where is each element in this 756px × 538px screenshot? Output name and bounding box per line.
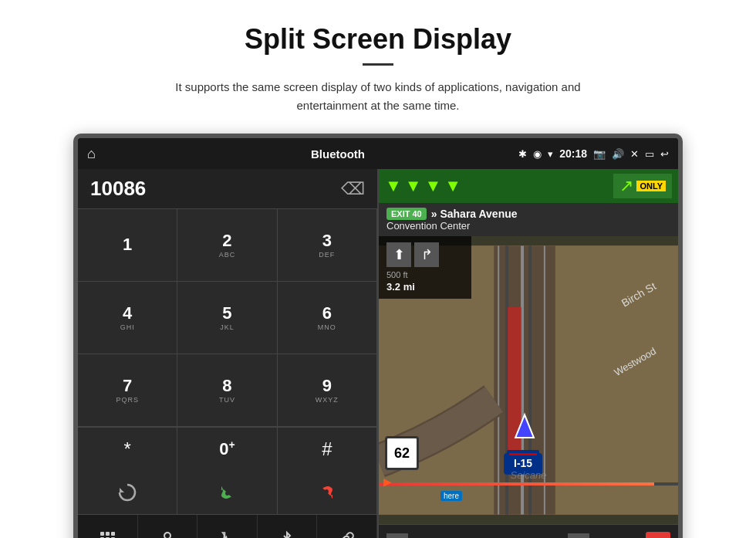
page-title: Split Screen Display [245, 23, 511, 56]
status-left: ⌂ [87, 146, 96, 162]
dialer-grid: 1 2 ABC 3 DEF 4 GHI 5 JKL [78, 209, 377, 428]
svg-rect-14 [498, 245, 499, 514]
start-flag-icon: ⚑ [386, 533, 408, 539]
page-description: It supports the same screen display of t… [139, 78, 617, 115]
grid-icon [98, 530, 116, 538]
dial-num: 1 [123, 236, 132, 253]
map-bottom-left: ⚑ 4:21 am [386, 533, 451, 539]
map-visual: Birch St Westwood I-15 ⬆ ↱ [379, 236, 678, 524]
minimize-icon[interactable]: ▭ [645, 148, 654, 160]
dial-key-5[interactable]: 5 JKL [177, 282, 277, 354]
map-panel: ▼ ▼ ▼ ▼ ↗ ONLY EXIT 40 » Sahara Avenue C… [379, 169, 678, 538]
nav-bluetooth-button[interactable] [258, 515, 318, 538]
dial-key-7[interactable]: 7 PQRS [78, 354, 177, 427]
contacts-icon [158, 530, 177, 538]
status-title: Bluetooth [311, 147, 365, 161]
device-frame: ⌂ Bluetooth ✱ ◉ ▾ 20:18 📷 🔊 ✕ ▭ ↩ 10086 … [73, 134, 683, 538]
progress-bar-container [379, 482, 678, 486]
split-content: 10086 ⌫ 1 2 ABC 3 DEF 4 GHI [78, 169, 678, 538]
turn-distance: 500 ft [386, 270, 464, 279]
dialer-action-row: * 0+ # [78, 428, 377, 515]
nav-grid-button[interactable] [78, 515, 138, 538]
dial-key-9[interactable]: 9 WXYZ [278, 354, 377, 427]
nav-link-button[interactable] [317, 515, 377, 538]
arrow-up-right: ↗ [619, 176, 633, 196]
bluetooth-nav-icon [278, 530, 296, 538]
nav-contacts-button[interactable] [138, 515, 198, 538]
svg-rect-1 [100, 532, 104, 536]
progress-bar-fill [379, 482, 654, 486]
dialer-number-row: 10086 ⌫ [78, 169, 377, 209]
location-icon: ◉ [533, 148, 542, 160]
back-icon[interactable]: ↩ [660, 148, 669, 160]
dialer-panel: 10086 ⌫ 1 2 ABC 3 DEF 4 GHI [78, 169, 379, 538]
nav-phone-button[interactable] [197, 515, 258, 538]
map-header: EXIT 40 » Sahara Avenue Convention Cente… [379, 203, 678, 236]
title-divider [363, 63, 393, 66]
end-flag-icon: ⚐ [568, 533, 589, 539]
watermark: Seicane [511, 469, 547, 481]
close-icon[interactable]: ✕ [630, 148, 639, 160]
turn-total-distance: 3.2 mi [386, 281, 464, 293]
map-bottom-right: ⚐ → 1.6 mi ✕ [568, 532, 670, 539]
map-bottom-bar: ⚑ 4:21 am ● 0:03 ⚐ → 1.6 mi ✕ [379, 524, 678, 538]
home-icon[interactable]: ⌂ [87, 146, 96, 162]
redial-icon [116, 482, 138, 503]
arrow-down-4: ▼ [444, 176, 461, 196]
status-bar: ⌂ Bluetooth ✱ ◉ ▾ 20:18 📷 🔊 ✕ ▭ ↩ [78, 138, 678, 169]
destination-sub: Convention Center [386, 220, 670, 232]
volume-icon[interactable]: 🔊 [612, 148, 624, 160]
svg-point-10 [164, 533, 170, 538]
turn-instruction: ⬆ ↱ 500 ft 3.2 mi [379, 236, 471, 299]
svg-rect-24 [509, 453, 537, 455]
call-green-icon [216, 482, 238, 503]
status-time: 20:18 [559, 147, 587, 160]
close-navigation-button[interactable]: ✕ [646, 532, 670, 539]
dial-key-zero[interactable]: 0+ [177, 428, 277, 471]
dialer-number: 10086 [90, 177, 146, 201]
here-logo: here [440, 491, 462, 501]
bluetooth-icon: ✱ [518, 148, 527, 160]
call-red-button[interactable] [278, 471, 377, 514]
svg-rect-3 [111, 532, 115, 536]
arrow-down-3: ▼ [425, 176, 442, 196]
only-badge: ONLY [636, 181, 666, 191]
arrow-down-1: ▼ [385, 176, 402, 196]
speed-limit-badge: 62 [385, 436, 419, 470]
exit-tag: EXIT 40 [386, 208, 427, 220]
map-exit-badge: EXIT 40 » Sahara Avenue [386, 208, 670, 220]
dial-key-8[interactable]: 8 TUV [177, 354, 277, 427]
dial-key-6[interactable]: 6 MNO [278, 282, 377, 354]
arrow-down-2: ▼ [405, 176, 422, 196]
camera-icon[interactable]: 📷 [593, 148, 606, 160]
destination-main: » Sahara Avenue [431, 208, 518, 220]
turn-icon-straight: ⬆ [386, 242, 411, 267]
dial-key-1[interactable]: 1 [78, 209, 177, 282]
dial-key-star[interactable]: * [78, 428, 177, 471]
wifi-icon: ▾ [548, 148, 553, 160]
phone-icon [218, 530, 236, 538]
dial-key-2[interactable]: 2 ABC [177, 209, 277, 282]
dial-key-4[interactable]: 4 GHI [78, 282, 177, 354]
turn-icon-right: ↱ [414, 242, 439, 267]
turn-icons: ⬆ ↱ [386, 242, 464, 267]
status-right: ✱ ◉ ▾ 20:18 📷 🔊 ✕ ▭ ↩ [518, 147, 669, 160]
progress-indicator: ▶ [383, 475, 392, 488]
dialer-nav [78, 515, 377, 538]
backspace-button[interactable]: ⌫ [341, 179, 365, 199]
dial-key-3[interactable]: 3 DEF [278, 209, 377, 282]
svg-rect-2 [106, 532, 110, 536]
redial-button[interactable] [78, 471, 177, 514]
dial-key-hash[interactable]: # [278, 428, 377, 471]
call-red-icon [316, 482, 338, 503]
link-icon [338, 530, 356, 538]
svg-marker-0 [120, 488, 124, 492]
call-green-button[interactable] [177, 471, 277, 514]
svg-text:I-15: I-15 [514, 457, 532, 469]
